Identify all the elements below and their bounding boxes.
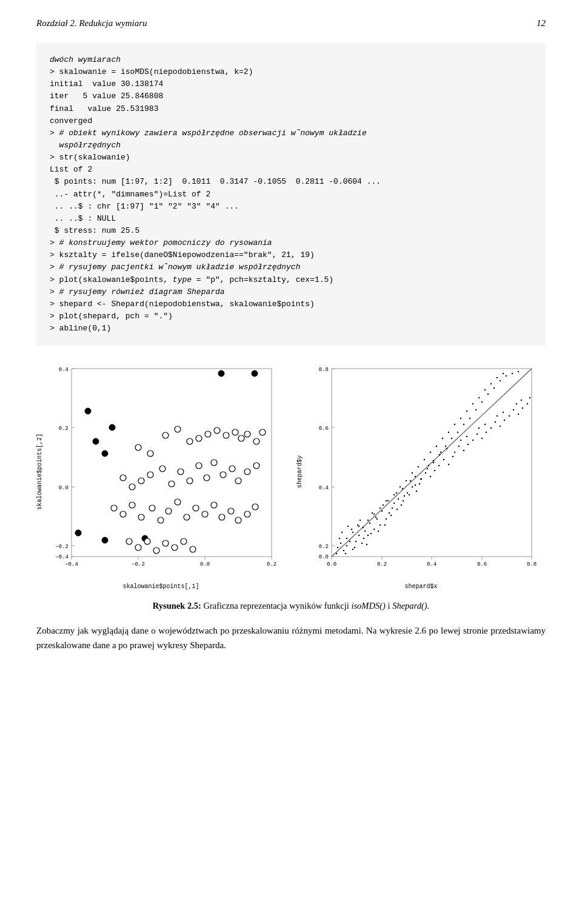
code-line-1: > skalowanie = isoMDS(niepodobienstwa, k… (50, 67, 253, 76)
svg-point-183 (527, 403, 528, 404)
code-line-20: > shepard <- Shepard(niepodobienstwa, sk… (50, 300, 315, 309)
svg-point-234 (466, 410, 467, 412)
svg-point-232 (454, 424, 455, 425)
svg-point-238 (490, 383, 492, 384)
svg-point-112 (355, 541, 356, 542)
svg-point-188 (363, 538, 364, 539)
svg-point-26 (135, 444, 141, 450)
svg-point-236 (478, 397, 480, 398)
svg-point-186 (345, 553, 346, 554)
code-line-4: final value 25.531983 (50, 104, 158, 113)
svg-point-208 (481, 401, 483, 403)
svg-point-74 (135, 544, 141, 551)
svg-point-162 (467, 444, 469, 445)
svg-point-198 (421, 478, 422, 480)
svg-text:0.4: 0.4 (319, 485, 329, 491)
svg-point-129 (381, 511, 383, 512)
svg-point-228 (430, 452, 431, 453)
svg-point-133 (383, 504, 384, 506)
svg-point-69 (228, 508, 234, 514)
svg-point-167 (481, 438, 483, 439)
svg-point-215 (346, 538, 347, 539)
svg-point-36 (238, 435, 244, 441)
left-chart-svg: 0.4 0.2 0.0 −0.2 −0.4 (44, 363, 281, 581)
right-chart-svg: 0.8 0.6 0.4 0.2 0.0 0.0 0.2 (304, 363, 541, 581)
svg-point-56 (111, 505, 117, 511)
left-y-axis-label: skalowanie$points[,2] (36, 434, 43, 510)
svg-point-216 (352, 532, 353, 533)
code-line-7: współrzędnych (50, 141, 121, 150)
svg-point-66 (202, 511, 208, 517)
svg-point-135 (393, 503, 395, 504)
svg-point-191 (378, 531, 379, 532)
svg-point-132 (392, 507, 393, 509)
svg-point-106 (340, 543, 341, 544)
svg-point-197 (415, 484, 416, 486)
svg-point-139 (396, 492, 397, 494)
svg-point-206 (469, 418, 470, 419)
svg-text:0.2: 0.2 (59, 426, 69, 432)
svg-point-235 (472, 403, 473, 404)
svg-point-219 (373, 514, 375, 515)
svg-text:0.8: 0.8 (319, 367, 329, 373)
code-line-9: List of 2 (50, 165, 92, 174)
svg-point-185 (336, 553, 337, 554)
svg-point-143 (416, 490, 417, 492)
svg-point-205 (463, 424, 464, 425)
page-number: 12 (537, 18, 546, 28)
svg-point-127 (372, 512, 373, 514)
svg-point-107 (343, 550, 344, 551)
svg-point-77 (162, 540, 169, 546)
svg-point-214 (518, 371, 519, 372)
svg-point-52 (229, 466, 235, 472)
svg-point-80 (190, 546, 196, 552)
svg-point-49 (204, 475, 210, 481)
svg-point-179 (518, 413, 519, 415)
svg-point-199 (427, 468, 428, 469)
svg-point-51 (220, 472, 226, 478)
svg-point-152 (433, 462, 434, 463)
svg-point-34 (223, 432, 229, 438)
svg-point-145 (410, 480, 411, 481)
code-block: dwóch wymiarach > skalowanie = isoMDS(ni… (36, 43, 546, 346)
svg-point-230 (442, 438, 443, 439)
svg-text:0.0: 0.0 (319, 554, 329, 560)
svg-point-42 (138, 478, 144, 484)
code-line-18: > plot(skalowanie$points, type = "p", pc… (50, 275, 333, 284)
svg-point-163 (460, 440, 461, 441)
code-line-10: $ points: num [1:97, 1:2] 0.1011 0.3147 … (50, 177, 381, 186)
svg-point-221 (386, 500, 387, 501)
code-line-3: iter 5 value 25.846808 (50, 92, 163, 101)
svg-point-63 (175, 499, 181, 505)
svg-point-105 (337, 547, 338, 548)
svg-point-190 (370, 533, 372, 534)
svg-point-159 (454, 452, 455, 453)
svg-text:0.4: 0.4 (59, 367, 69, 373)
svg-text:0.0: 0.0 (59, 485, 69, 491)
svg-point-27 (147, 450, 153, 457)
svg-point-76 (153, 547, 159, 554)
left-chart-plot: 0.4 0.2 0.0 −0.2 −0.4 (44, 363, 281, 581)
svg-point-131 (389, 512, 390, 514)
svg-point-126 (380, 524, 381, 526)
svg-point-178 (513, 409, 514, 410)
svg-point-209 (487, 393, 489, 395)
svg-point-38 (253, 438, 259, 444)
svg-point-37 (244, 431, 250, 437)
svg-point-41 (129, 484, 135, 490)
svg-point-189 (366, 544, 367, 545)
svg-point-73 (126, 538, 132, 544)
svg-point-115 (364, 531, 366, 532)
svg-point-150 (434, 470, 435, 471)
svg-point-225 (412, 472, 413, 474)
svg-point-81 (102, 450, 108, 457)
svg-point-128 (375, 517, 376, 518)
svg-text:0.8: 0.8 (527, 561, 537, 567)
svg-point-141 (407, 492, 408, 494)
svg-point-114 (361, 543, 363, 544)
figures-row: skalowanie$points[,2] 0.4 0.2 0. (36, 363, 546, 590)
svg-point-239 (497, 377, 498, 378)
svg-point-116 (367, 535, 369, 536)
svg-point-110 (339, 538, 340, 539)
svg-point-195 (403, 500, 404, 501)
